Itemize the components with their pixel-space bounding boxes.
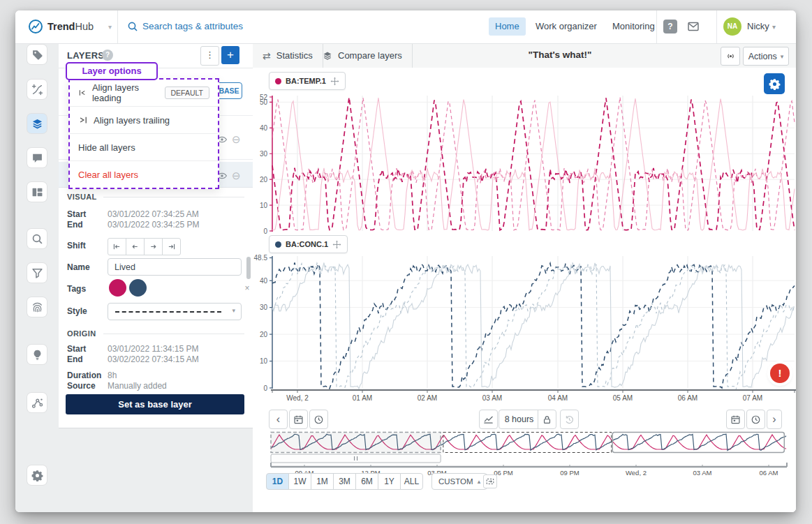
actions-button[interactable]: Actions ▾ xyxy=(743,47,789,66)
range-3m-button[interactable]: 3M xyxy=(333,473,356,490)
mail-icon[interactable] xyxy=(687,20,700,33)
rail-nodes-icon[interactable] xyxy=(27,393,47,412)
field-label: Start xyxy=(67,209,108,219)
legend-ba-conc[interactable]: BA:CONC.1 xyxy=(269,235,348,253)
document-title[interactable]: "That's what!" xyxy=(497,50,623,60)
layer-remove-icon[interactable]: ⊖ xyxy=(232,134,241,145)
compare-layers-button[interactable]: Compare layers xyxy=(313,43,413,68)
nav-item-monitoring[interactable]: Monitoring xyxy=(606,17,661,36)
avatar[interactable]: NA xyxy=(723,17,741,36)
user-chevron-down-icon[interactable]: ▾ xyxy=(772,23,776,31)
trend-compare-button[interactable] xyxy=(479,410,498,429)
range-1w-button[interactable]: 1W xyxy=(288,473,311,490)
temp-chart[interactable]: 5250403020100 xyxy=(253,94,796,237)
search-input[interactable]: Search tags & attributes xyxy=(142,21,243,31)
rail-gear-icon[interactable] xyxy=(27,465,47,485)
range-button-group: 1D 1W 1M 3M 6M 1Y ALL xyxy=(266,473,423,490)
range-1y-button[interactable]: 1Y xyxy=(378,473,401,490)
shift-right-button[interactable] xyxy=(144,238,163,255)
field-value: 03/01/2022 03:34:25 PM xyxy=(108,220,199,230)
nav-item-work-organizer[interactable]: Work organizer xyxy=(529,17,603,36)
move-icon[interactable] xyxy=(332,240,341,249)
rail-comment-icon[interactable] xyxy=(27,148,47,167)
rail-search-icon[interactable] xyxy=(27,229,47,248)
layers-options-button[interactable]: ⋮ xyxy=(200,46,219,66)
timeline-region-dashed-gray[interactable] xyxy=(271,433,441,453)
custom-range-button[interactable]: CUSTOM ▴ xyxy=(431,473,487,490)
legend-ba-temp[interactable]: BA:TEMP.1 xyxy=(269,72,346,90)
user-name[interactable]: Nicky xyxy=(747,21,769,31)
rail-bulb-icon[interactable] xyxy=(27,345,47,364)
brand-chevron-down-icon[interactable]: ▾ xyxy=(108,23,112,31)
end-calendar-button[interactable] xyxy=(726,410,745,429)
start-clock-button[interactable] xyxy=(309,410,328,429)
start-calendar-button[interactable] xyxy=(289,410,308,429)
help-button[interactable]: ? xyxy=(663,20,677,33)
line-style-select[interactable]: ▾ xyxy=(108,303,242,320)
chart-settings-button[interactable] xyxy=(764,73,785,94)
step-forward-button[interactable]: › xyxy=(767,410,782,429)
menu-item-hide-all[interactable]: Hide all layers xyxy=(70,134,218,161)
live-update-button[interactable] xyxy=(721,47,740,66)
shift-far-right-button[interactable] xyxy=(162,238,181,255)
field-label: Style xyxy=(67,306,108,316)
rail-dashboard-icon[interactable] xyxy=(27,182,47,202)
align-trailing-icon xyxy=(78,115,88,125)
menu-item-clear-all[interactable]: Clear all layers xyxy=(70,161,218,188)
rail-layers-icon[interactable] xyxy=(27,114,47,133)
legend-label: BA:TEMP.1 xyxy=(286,77,326,85)
history-button[interactable] xyxy=(560,410,579,429)
shift-far-left-button[interactable] xyxy=(108,238,126,255)
y-tick-label: 10 xyxy=(260,357,268,365)
series-color-dot xyxy=(275,241,281,248)
panel-scrollbar[interactable] xyxy=(246,257,251,279)
range-6m-button[interactable]: 6M xyxy=(355,473,378,490)
rail-fingerprint-icon[interactable] xyxy=(27,297,47,317)
y-tick-label: 0 xyxy=(263,227,267,235)
alert-badge[interactable]: ! xyxy=(770,364,790,383)
layer-remove-icon[interactable]: ⊖ xyxy=(232,170,241,181)
y-tick-label: 30 xyxy=(260,150,268,158)
duration-display[interactable]: 8 hours xyxy=(499,410,540,429)
shift-left-button[interactable] xyxy=(126,238,145,255)
rail-filter-icon[interactable] xyxy=(27,263,47,283)
lock-duration-button[interactable] xyxy=(538,410,556,429)
layer-name-input[interactable] xyxy=(108,258,242,276)
timeline-drag-handle[interactable] xyxy=(271,454,441,463)
move-icon[interactable] xyxy=(330,77,339,86)
trendhub-logo-icon xyxy=(28,19,43,34)
range-all-button[interactable]: ALL xyxy=(400,473,423,490)
app-body: LAYERS ? ⋮ + BASE ⊖ Lived ⊖ Layer option… xyxy=(15,43,796,512)
rail-formula-icon[interactable] xyxy=(27,80,47,99)
x-tick-label: 07 AM xyxy=(743,394,762,402)
conc-chart[interactable]: 48.5403020100Wed, 201 AM02 AM03 AM04 AM0… xyxy=(253,253,796,403)
app-window: TrendHub ▾ Search tags & attributes Home… xyxy=(15,10,796,512)
section-line xyxy=(103,334,244,334)
step-back-button[interactable]: ‹ xyxy=(269,410,288,429)
range-1d-button[interactable]: 1D xyxy=(266,473,289,490)
close-icon[interactable]: × xyxy=(242,283,252,293)
brand-name[interactable]: TrendHub xyxy=(47,21,94,32)
rail-tag-icon[interactable] xyxy=(27,45,47,64)
y-tick-label: 50 xyxy=(260,98,268,106)
custom-range-label: CUSTOM xyxy=(438,477,473,486)
set-base-layer-button[interactable]: Set as base layer xyxy=(66,394,244,414)
range-1m-button[interactable]: 1M xyxy=(311,473,334,490)
field-value: 03/02/2022 07:34:15 AM xyxy=(108,354,199,364)
tag-color-pink[interactable] xyxy=(109,279,126,297)
default-badge: DEFAULT xyxy=(165,87,209,99)
menu-item-align-trailing[interactable]: Align layers trailing xyxy=(70,107,218,134)
add-layer-button[interactable]: + xyxy=(221,46,239,64)
search-icon xyxy=(127,21,138,32)
nav-item-home[interactable]: Home xyxy=(489,17,526,36)
compare-layers-icon xyxy=(323,51,332,61)
divider xyxy=(117,10,118,43)
end-clock-button[interactable] xyxy=(746,410,765,429)
overview-timeline[interactable]: 09 AM12 PM03 PM06 PM09 PMWed, 203 AM06 A… xyxy=(269,431,789,477)
menu-item-align-leading[interactable]: Align layers leading DEFAULT xyxy=(70,80,218,107)
apply-range-button[interactable] xyxy=(483,474,497,488)
y-tick-label: 20 xyxy=(260,331,268,338)
statistics-label: Statistics xyxy=(276,50,313,61)
tag-color-navy[interactable] xyxy=(129,279,147,297)
layers-help-icon[interactable]: ? xyxy=(102,50,113,61)
